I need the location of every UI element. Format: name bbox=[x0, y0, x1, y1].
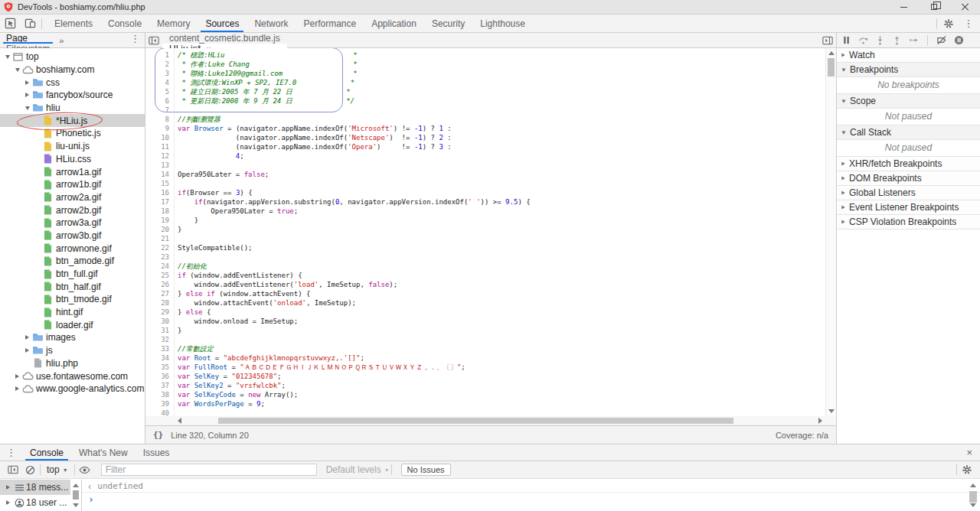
tab-sources[interactable]: Sources bbox=[198, 15, 247, 32]
tree-item-js[interactable]: js bbox=[0, 344, 145, 357]
console-sidebar-item-18-user[interactable]: 18 user ... bbox=[0, 495, 70, 510]
tree-item-arrow1a-gif[interactable]: arrow1a.gif bbox=[0, 165, 145, 178]
tree-item-top[interactable]: top bbox=[0, 50, 145, 63]
scroll-up-icon[interactable] bbox=[828, 51, 835, 55]
console-settings-gear-icon[interactable] bbox=[959, 464, 975, 475]
minimize-button[interactable] bbox=[888, 0, 919, 14]
section-csp-violation-breakpoints[interactable]: CSP Violation Breakpoints bbox=[837, 215, 980, 229]
step-over-button[interactable] bbox=[858, 35, 868, 45]
tree-item-btn-tmode-gif[interactable]: btn_tmode.gif bbox=[0, 293, 145, 306]
section-dom-breakpoints[interactable]: DOM Breakpoints bbox=[837, 171, 980, 186]
section-breakpoints[interactable]: Breakpoints bbox=[837, 63, 980, 77]
expander-icon[interactable] bbox=[13, 374, 21, 379]
tree-item-loader-gif[interactable]: loader.gif bbox=[0, 318, 145, 331]
section-event-listener-breakpoints[interactable]: Event Listener Breakpoints bbox=[837, 200, 980, 215]
tree-item-arrow3b-gif[interactable]: arrow3b.gif bbox=[0, 229, 145, 242]
step-into-button[interactable] bbox=[875, 35, 885, 45]
tree-item-hliu[interactable]: hliu bbox=[0, 102, 145, 115]
expander-icon[interactable] bbox=[3, 55, 11, 59]
tab-network[interactable]: Network bbox=[247, 15, 296, 32]
section-xhr-fetch-breakpoints[interactable]: XHR/fetch Breakpoints bbox=[837, 157, 980, 171]
scroll-up-icon[interactable] bbox=[970, 483, 976, 487]
log-levels-select[interactable]: Default levels ▼ bbox=[326, 464, 390, 475]
tree-item-www-google-analytics-com[interactable]: www.google-analytics.com bbox=[0, 382, 145, 395]
editor-tab-content-cosmetic-bundle-js[interactable]: content_cosmetic.bundle.js bbox=[162, 33, 287, 44]
close-drawer-icon[interactable]: × bbox=[959, 444, 980, 461]
pretty-print-icon[interactable]: {} bbox=[153, 430, 163, 440]
tab-performance[interactable]: Performance bbox=[296, 15, 364, 32]
tab-application[interactable]: Application bbox=[364, 15, 424, 32]
more-options-icon[interactable]: ⋮ bbox=[959, 15, 978, 32]
scroll-up-icon[interactable] bbox=[73, 483, 79, 487]
scrollbar-thumb[interactable] bbox=[969, 491, 977, 503]
expander-icon[interactable] bbox=[23, 80, 31, 85]
settings-gear-icon[interactable] bbox=[939, 15, 959, 32]
scrollbar-thumb[interactable] bbox=[828, 58, 835, 76]
tree-item-arrow2a-gif[interactable]: arrow2a.gif bbox=[0, 191, 145, 204]
tree-item-hliu-php[interactable]: hliu.php bbox=[0, 357, 145, 370]
more-tabs-icon[interactable]: » bbox=[56, 33, 67, 47]
close-button[interactable] bbox=[949, 0, 980, 14]
tree-item-css[interactable]: css bbox=[0, 76, 145, 89]
drawer-menu-icon[interactable]: ⋮ bbox=[0, 444, 22, 461]
clear-console-icon[interactable] bbox=[21, 465, 38, 475]
javascript-context-select[interactable]: top ▼ bbox=[42, 464, 73, 475]
step-button[interactable] bbox=[909, 35, 919, 45]
device-toolbar-icon[interactable] bbox=[20, 15, 40, 32]
console-messages[interactable]: ‹ undefined › bbox=[82, 480, 980, 511]
tree-item-images[interactable]: images bbox=[0, 331, 145, 344]
expander-icon[interactable] bbox=[23, 335, 31, 340]
scroll-down-icon[interactable] bbox=[828, 409, 835, 413]
tree-item-btn-amode-gif[interactable]: btn_amode.gif bbox=[0, 255, 145, 268]
code-area[interactable]: 1234567891011121314151617181920212223242… bbox=[145, 48, 836, 416]
scroll-down-icon[interactable] bbox=[73, 503, 79, 507]
step-out-button[interactable] bbox=[892, 35, 902, 45]
console-scrollbar[interactable] bbox=[969, 480, 978, 511]
tab-security[interactable]: Security bbox=[424, 15, 472, 32]
inspect-element-icon[interactable] bbox=[0, 15, 20, 32]
deactivate-breakpoints-button[interactable] bbox=[936, 35, 947, 45]
tree-item-arrow1b-gif[interactable]: arrow1b.gif bbox=[0, 178, 145, 191]
tab-memory[interactable]: Memory bbox=[149, 15, 198, 32]
tree-item-fancybox-source[interactable]: fancybox/source bbox=[0, 89, 145, 102]
tree-item-phonetic-js[interactable]: Phonetic.js bbox=[0, 127, 145, 140]
tree-item-arrow3a-gif[interactable]: arrow3a.gif bbox=[0, 216, 145, 229]
tree-item-arrow2b-gif[interactable]: arrow2b.gif bbox=[0, 203, 145, 216]
scroll-right-icon[interactable] bbox=[818, 418, 822, 424]
expander-icon[interactable] bbox=[3, 500, 12, 505]
editor-vertical-scrollbar[interactable] bbox=[825, 48, 836, 416]
scroll-left-icon[interactable] bbox=[178, 418, 181, 424]
tree-item-arrownone-gif[interactable]: arrownone.gif bbox=[0, 242, 145, 255]
expander-icon[interactable] bbox=[13, 68, 21, 72]
hide-navigator-icon[interactable] bbox=[145, 33, 162, 47]
scrollbar-thumb[interactable] bbox=[218, 418, 733, 424]
console-filter-input[interactable] bbox=[101, 464, 317, 476]
navigator-more-icon[interactable]: ⋮ bbox=[130, 33, 140, 47]
tree-item-use-fontawesome-com[interactable]: use.fontawesome.com bbox=[0, 369, 145, 382]
drawer-tab-what-s-new[interactable]: What's New bbox=[71, 444, 136, 461]
expander-icon[interactable] bbox=[13, 386, 21, 391]
pause-on-exceptions-button[interactable] bbox=[954, 35, 964, 45]
drawer-tab-issues[interactable]: Issues bbox=[136, 444, 178, 461]
no-issues-button[interactable]: No Issues bbox=[401, 464, 451, 476]
console-sidebar-toggle-icon[interactable] bbox=[5, 465, 21, 474]
tree-item-boshiamy-com[interactable]: boshiamy.com bbox=[0, 63, 145, 76]
scrollbar-thumb[interactable] bbox=[73, 490, 79, 500]
tab-lighthouse[interactable]: Lighthouse bbox=[472, 15, 533, 32]
show-debugger-sidebar-icon[interactable] bbox=[819, 33, 836, 47]
maximize-button[interactable] bbox=[919, 0, 949, 14]
tab-elements[interactable]: Elements bbox=[47, 15, 100, 32]
tab-console[interactable]: Console bbox=[100, 15, 149, 32]
tree-item-btn-full-gif[interactable]: btn_full.gif bbox=[0, 268, 145, 281]
expander-icon[interactable] bbox=[3, 485, 12, 490]
editor-horizontal-scrollbar[interactable] bbox=[145, 416, 836, 425]
tree-item-hliu-css[interactable]: HLiu.css bbox=[0, 153, 145, 166]
tree-item-hint-gif[interactable]: hint.gif bbox=[0, 306, 145, 319]
section-call-stack[interactable]: Call Stack bbox=[837, 125, 980, 140]
section-watch[interactable]: Watch bbox=[837, 48, 980, 63]
drawer-tab-console[interactable]: Console bbox=[22, 444, 71, 461]
tree-item-hliu-js[interactable]: *HLiu.js bbox=[0, 114, 145, 127]
console-sidebar-item-18-mess[interactable]: 18 mess... bbox=[0, 480, 70, 495]
tree-item-liu-uni-js[interactable]: liu-uni.js bbox=[0, 140, 145, 153]
scroll-down-icon[interactable] bbox=[970, 503, 976, 507]
